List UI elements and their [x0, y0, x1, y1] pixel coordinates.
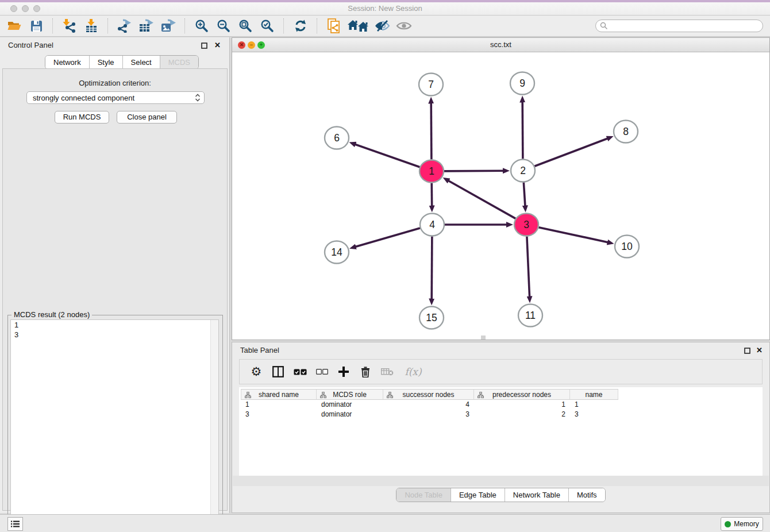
column-header-mcds-role[interactable]: MCDS role [317, 389, 383, 400]
hide-eye-icon[interactable] [374, 17, 391, 34]
graph-node-6[interactable]: 6 [325, 127, 349, 149]
close-panel-icon[interactable]: ✕ [214, 41, 221, 49]
network-minimize-icon[interactable]: − [248, 41, 255, 49]
save-icon[interactable] [28, 17, 45, 34]
export-image-icon[interactable] [160, 17, 177, 34]
tab-mcds[interactable]: MCDS [160, 56, 198, 69]
export-table-icon[interactable] [138, 17, 155, 34]
node-table-viewport[interactable]: shared nameMCDS rolesuccessor nodesprede… [239, 387, 763, 485]
tab-node-table[interactable]: Node Table [396, 488, 451, 502]
deselect-all-checks-icon[interactable] [314, 364, 329, 379]
graph-edge-2-3[interactable] [523, 182, 525, 206]
graph-edge-3-11[interactable] [527, 236, 530, 296]
application-window: Session: New Session [0, 0, 770, 532]
graph-node-11[interactable]: 11 [518, 304, 542, 327]
graph-node-7[interactable]: 7 [419, 74, 443, 96]
select-all-checks-icon[interactable] [292, 364, 307, 379]
table-cell[interactable]: 3 [570, 410, 618, 419]
column-layout-icon[interactable] [271, 364, 286, 379]
table-cell[interactable]: 2 [474, 410, 570, 419]
graph-edge-3-10[interactable] [538, 228, 607, 242]
toolbar-separator [283, 18, 284, 33]
criterion-dropdown[interactable]: strongly connected component [26, 91, 205, 104]
export-network-icon[interactable] [116, 17, 133, 34]
graph-node-2[interactable]: 2 [511, 160, 535, 182]
home-views-icon[interactable] [347, 17, 369, 34]
graph-node-9[interactable]: 9 [510, 72, 534, 95]
copy-network-icon[interactable] [325, 17, 342, 34]
close-panel-button[interactable]: Close panel [117, 111, 177, 124]
function-builder-icon[interactable]: f(x) [402, 364, 425, 379]
graph-edge-3-1[interactable] [448, 181, 515, 219]
svg-text:15: 15 [426, 312, 437, 323]
add-column-icon[interactable] [336, 364, 351, 379]
network-close-icon[interactable]: ✕ [238, 41, 245, 49]
table-cell[interactable]: 1 [474, 400, 570, 410]
column-header-name[interactable]: name [570, 389, 618, 400]
network-canvas[interactable]: 7968124314101511 [232, 52, 769, 340]
table-panel-header: Table Panel ✕ [232, 342, 769, 358]
search-input[interactable] [595, 20, 763, 32]
mac-zoom-button[interactable] [33, 5, 40, 12]
close-table-panel-icon[interactable]: ✕ [756, 346, 763, 354]
tab-network[interactable]: Network [45, 56, 89, 69]
column-header-successor-nodes[interactable]: successor nodes [383, 389, 474, 400]
mcds-panel: Optimization criterion: strongly connect… [2, 68, 228, 511]
table-cell[interactable]: 3 [383, 410, 474, 419]
show-eye-icon[interactable] [395, 17, 413, 34]
graph-node-14[interactable]: 14 [325, 241, 349, 264]
graph-edge-1-6[interactable] [355, 144, 420, 167]
table-cell[interactable]: 4 [383, 400, 474, 410]
graph-node-4[interactable]: 4 [420, 214, 444, 236]
graph-node-1[interactable]: 1 [419, 160, 444, 183]
graph-edge-2-8[interactable] [534, 138, 607, 166]
table-cell[interactable]: dominator [317, 400, 383, 410]
mac-close-button[interactable] [10, 5, 17, 12]
graph-edge-4-15[interactable] [432, 236, 432, 299]
graph-node-15[interactable]: 15 [419, 307, 444, 329]
zoom-selected-icon[interactable] [259, 17, 276, 34]
table-row[interactable]: 3dominator323 [241, 410, 618, 419]
tab-motifs[interactable]: Motifs [568, 488, 605, 502]
scrollbar-track[interactable] [210, 320, 218, 531]
graph-node-3[interactable]: 3 [514, 214, 538, 236]
tab-style[interactable]: Style [89, 56, 122, 69]
zoom-out-icon[interactable] [215, 17, 232, 34]
canvas-scroll-thumb[interactable] [481, 336, 486, 340]
run-mcds-button[interactable]: Run MCDS [55, 111, 109, 124]
open-folder-icon[interactable] [6, 17, 23, 34]
float-panel-icon[interactable] [201, 41, 207, 51]
task-history-button[interactable] [7, 517, 23, 531]
search-icon [600, 22, 608, 30]
table-cell[interactable]: 3 [241, 410, 317, 419]
control-panel-tabs: NetworkStyleSelectMCDS [45, 55, 199, 70]
network-maximize-icon[interactable]: + [257, 41, 265, 49]
column-header-predecessor-nodes[interactable]: predecessor nodes [474, 389, 570, 400]
refresh-layout-icon[interactable] [292, 17, 309, 34]
settings-gear-icon[interactable]: ⚙ [249, 364, 264, 379]
column-header-shared-name[interactable]: shared name [241, 389, 317, 400]
tab-network-table[interactable]: Network Table [505, 488, 568, 502]
mcds-result-list[interactable]: 13 [10, 319, 219, 531]
float-table-panel-icon[interactable] [744, 346, 750, 356]
table-cell[interactable]: 1 [241, 400, 317, 410]
import-network-icon[interactable] [61, 17, 78, 34]
zoom-in-icon[interactable] [193, 17, 210, 34]
tab-edge-table[interactable]: Edge Table [451, 488, 505, 502]
memory-button[interactable]: Memory [721, 517, 763, 531]
graph-node-10[interactable]: 10 [615, 236, 639, 258]
import-table-icon[interactable] [83, 17, 100, 34]
table-cell[interactable]: 1 [570, 400, 618, 410]
graph-edge-1-7[interactable] [431, 103, 432, 159]
graph-node-8[interactable]: 8 [614, 121, 638, 143]
table-row[interactable]: 1dominator411 [241, 400, 618, 410]
graph-edge-1-2[interactable] [444, 171, 503, 171]
table-cell[interactable]: dominator [317, 410, 383, 419]
delete-column-icon[interactable] [358, 364, 373, 379]
zoom-fit-icon[interactable] [237, 17, 254, 34]
mac-minimize-button[interactable] [22, 5, 29, 12]
tab-select[interactable]: Select [122, 56, 160, 69]
graph-edge-4-14[interactable] [356, 228, 420, 247]
delete-table-icon[interactable] [380, 364, 395, 379]
graph-edge-2-9[interactable] [522, 102, 523, 159]
